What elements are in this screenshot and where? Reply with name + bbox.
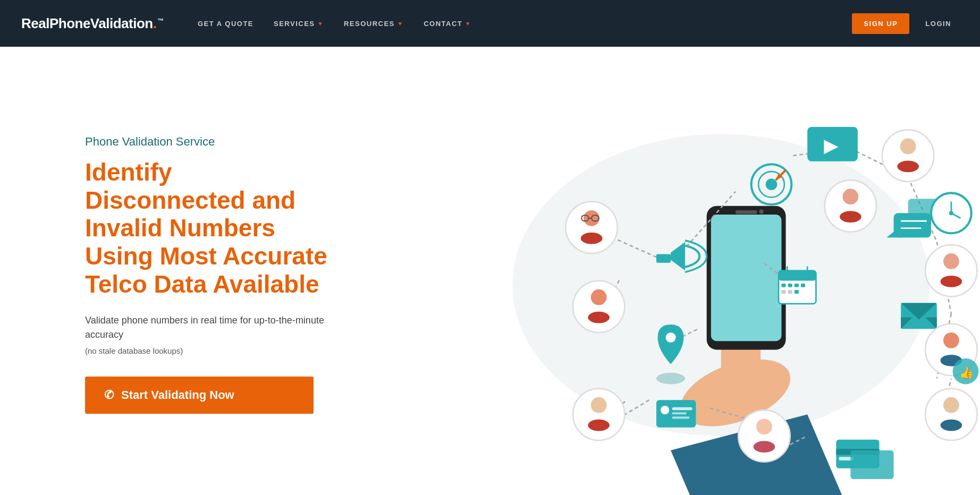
svg-point-23 — [565, 202, 617, 253]
svg-point-91 — [738, 410, 790, 462]
resources-chevron-icon: ▼ — [398, 21, 403, 27]
svg-point-35 — [766, 178, 778, 190]
hero-note: (no stale database lookups) — [85, 346, 330, 355]
svg-point-7 — [759, 210, 763, 214]
navbar: RealPhoneValidation.™ GET A QUOTE SERVIC… — [0, 0, 980, 47]
svg-text:👍: 👍 — [959, 365, 974, 380]
cta-button[interactable]: ✆ Start Validating Now — [85, 377, 314, 414]
login-button[interactable]: LOGIN — [918, 15, 959, 32]
svg-point-65 — [943, 253, 959, 269]
svg-point-87 — [588, 420, 610, 431]
svg-rect-45 — [779, 271, 816, 281]
svg-point-92 — [756, 419, 772, 434]
hero-subtitle: Phone Validation Service — [85, 135, 330, 149]
svg-rect-54 — [795, 290, 799, 294]
nav-links: GET A QUOTE SERVICES ▼ RESOURCES ▼ CONTA… — [190, 15, 852, 32]
svg-point-86 — [591, 397, 607, 413]
svg-rect-51 — [801, 284, 805, 287]
svg-point-43 — [840, 211, 861, 223]
svg-point-39 — [900, 139, 916, 155]
svg-point-66 — [941, 276, 962, 287]
svg-point-94 — [925, 389, 977, 440]
svg-rect-53 — [788, 290, 792, 294]
svg-rect-49 — [788, 284, 792, 287]
nav-contact[interactable]: CONTACT ▼ — [416, 15, 479, 32]
svg-point-96 — [941, 420, 962, 431]
svg-point-88 — [573, 281, 624, 332]
svg-point-90 — [588, 312, 610, 323]
hero-svg: 👍 — [361, 47, 980, 495]
svg-rect-6 — [736, 210, 757, 214]
svg-point-72 — [943, 332, 959, 348]
services-chevron-icon: ▼ — [318, 21, 324, 27]
svg-point-25 — [581, 233, 603, 244]
svg-point-81 — [661, 406, 669, 414]
hero-description: Validate phone numbers in real time for … — [85, 313, 330, 342]
svg-rect-30 — [656, 254, 671, 262]
svg-point-40 — [897, 160, 919, 172]
svg-rect-83 — [672, 412, 687, 414]
svg-rect-77 — [850, 450, 893, 479]
logo[interactable]: RealPhoneValidation.™ — [21, 15, 164, 32]
hero-illustration: 👍 — [361, 47, 980, 495]
svg-rect-50 — [795, 284, 799, 287]
svg-point-89 — [591, 289, 607, 305]
hero-title: Identify Disconnected and Invalid Number… — [85, 158, 330, 298]
nav-services[interactable]: SERVICES ▼ — [266, 15, 331, 32]
nav-resources[interactable]: RESOURCES ▼ — [336, 15, 411, 32]
contact-chevron-icon: ▼ — [465, 21, 471, 27]
svg-point-93 — [754, 441, 775, 453]
svg-point-95 — [943, 397, 959, 413]
svg-point-78 — [656, 373, 685, 385]
signup-button[interactable]: SIGN UP — [852, 13, 909, 34]
hero-section: Phone Validation Service Identify Discon… — [0, 47, 980, 495]
svg-rect-5 — [711, 215, 782, 341]
svg-rect-48 — [781, 284, 785, 287]
svg-point-63 — [949, 211, 953, 215]
svg-rect-52 — [781, 290, 785, 294]
svg-rect-82 — [672, 407, 692, 410]
hero-content: Phone Validation Service Identify Discon… — [0, 47, 361, 495]
svg-point-85 — [573, 389, 624, 440]
svg-point-64 — [925, 245, 977, 296]
phone-icon: ✆ — [104, 388, 114, 402]
nav-right: SIGN UP LOGIN — [852, 13, 959, 34]
logo-text: RealPhoneValidation.™ — [21, 15, 164, 32]
svg-rect-84 — [672, 416, 689, 419]
nav-get-a-quote[interactable]: GET A QUOTE — [190, 15, 261, 32]
svg-point-41 — [825, 180, 876, 232]
svg-point-42 — [842, 189, 858, 204]
svg-point-38 — [882, 130, 934, 181]
svg-point-79 — [666, 332, 676, 343]
